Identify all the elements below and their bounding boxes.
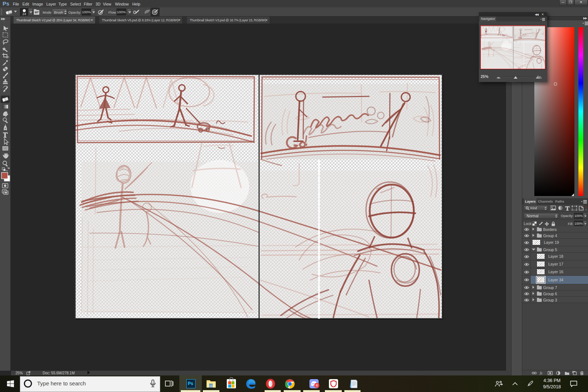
- svg-text:fx: fx: [540, 371, 543, 375]
